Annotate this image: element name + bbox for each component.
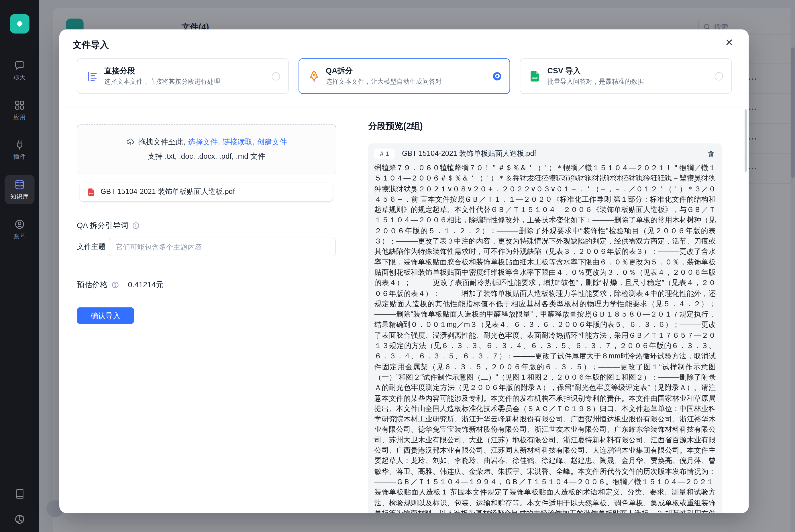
chunk-content: 犐犆犛７９．０６０犆犆犛犅７０！＂＃＄％＆＇（＇）＊犌犅／犜１５１０４—２０２１… [375,163,716,513]
upload-cloud-icon [126,138,135,147]
docs-icon[interactable] [14,489,25,499]
radio-unchecked[interactable] [715,72,723,80]
account-icon [14,218,25,230]
svg-text:CSV: CSV [532,76,538,79]
mode-card-qa-split[interactable]: QA拆分 选择文本文件，让大模型自动生成问答对 [299,58,510,94]
dataset-icon [14,179,25,191]
supported-types-label: 支持 .txt, .doc, .docx, .pdf, .md 文件 [148,152,265,161]
mode-title: CSV 导入 [547,66,644,76]
info-icon[interactable] [132,222,140,229]
app-logo[interactable] [10,14,29,34]
csv-file-icon: CSV [529,70,542,82]
confirm-import-button[interactable]: 确认导入 [77,307,134,324]
plugin-icon [14,139,25,151]
sidebar-bottom [14,489,25,525]
sidebar-item-chat[interactable]: 聊天 [5,56,34,85]
file-import-modal: 文件导入 ✕ 直接分段 选择文本文件，直接将其按分段进行处理 QA拆分 [59,30,749,513]
chunk-index-badge: # 1 [375,148,395,159]
screen: 聊天 应用 插件 知识库 [0,0,795,532]
app-sidebar: 聊天 应用 插件 知识库 [0,0,39,532]
chunk-header: # 1 GBT 15104-2021 装饰单板贴面人造板.pdf [375,148,716,159]
sidebar-item-label: 聊天 [14,74,26,81]
create-file-link[interactable]: 创建文件 [257,137,287,147]
import-mode-cards: 直接分段 选择文本文件，直接将其按分段进行处理 QA拆分 选择文本文件，让大模型… [77,58,732,94]
estimated-price-value: 0.41214元 [128,280,164,290]
select-file-link[interactable]: 选择文件, [188,137,220,147]
divider [59,107,749,108]
help-icon[interactable] [111,281,119,289]
trash-icon[interactable] [706,149,716,158]
file-topic-input[interactable] [109,238,336,256]
drag-label: 拖拽文件至此, [138,137,185,147]
uploaded-file-item[interactable]: PDF GBT 15104-2021 装饰单板贴面人造板.pdf [80,183,333,201]
mode-title: 直接分段 [104,66,220,76]
sidebar-item-account[interactable]: 账号 [5,214,34,244]
logo-icon [14,18,25,30]
apps-icon [14,99,25,111]
rocket-icon [307,70,321,82]
mode-card-direct-segment[interactable]: 直接分段 选择文本文件，直接将其按分段进行处理 [77,58,288,94]
sidebar-item-plugins[interactable]: 插件 [5,135,34,165]
file-topic-label: 文件主题 [77,242,109,251]
link-read-link[interactable]: 链接读取, [223,137,255,147]
sidebar-item-dataset[interactable]: 知识库 [5,175,34,204]
qa-prompt-section-title: QA 拆分引导词 [77,221,140,230]
sidebar-item-label: 插件 [14,153,26,161]
mode-desc: 选择文本文件，直接将其按分段进行处理 [104,77,220,86]
chat-icon [14,60,25,71]
segment-icon [86,70,99,82]
sidebar-item-label: 应用 [14,113,26,121]
pdf-file-icon: PDF [87,187,96,196]
file-dropzone[interactable]: 拖拽文件至此, 选择文件, 链接读取, 创建文件 支持 .txt, .doc, … [77,124,336,174]
sidebar-item-label: 知识库 [10,193,29,201]
estimated-price-row: 预估价格 0.41214元 [77,280,164,290]
file-topic-field-row: 文件主题 [77,238,336,256]
chunk-paragraph: 犐犆犛７９．０６０犆犆犛犅７０！＂＃＄％＆＇（＇）＊犌犅／犜１５１０４—２０２１… [375,163,716,487]
svg-text:PDF: PDF [89,192,93,194]
modal-title: 文件导入 [73,39,109,51]
chunk-source-name: GBT 15104-2021 装饰单板贴面人造板.pdf [402,149,536,158]
mode-title: QA拆分 [326,66,442,76]
qa-prompt-label: QA 拆分引导词 [77,221,128,230]
mode-desc: 批量导入问答对，是最精准的数据 [547,77,644,86]
close-icon[interactable]: ✕ [721,36,737,50]
mode-card-csv-import[interactable]: CSV CSV 导入 批量导入问答对，是最精准的数据 [520,58,732,94]
chunk-paragraph: 装饰单板贴面人造板１ 范围本文件规定了装饰单板贴面人造板的术语和定义、分类、要求… [375,487,716,513]
segment-preview-title: 分段预览(2组) [368,120,422,132]
sidebar-item-apps[interactable]: 应用 [5,95,34,125]
estimated-price-label: 预估价格 [77,280,108,290]
github-icon[interactable] [14,514,25,525]
preview-chunk-card: # 1 GBT 15104-2021 装饰单板贴面人造板.pdf 犐犆犛７９．０… [368,143,722,513]
modal-scrollbar-thumb[interactable] [744,110,747,172]
radio-checked[interactable] [493,72,501,80]
uploaded-file-name: GBT 15104-2021 装饰单板贴面人造板.pdf [100,187,235,196]
mode-desc: 选择文本文件，让大模型自动生成问答对 [326,77,442,86]
sidebar-nav: 聊天 应用 插件 知识库 [5,56,34,244]
radio-unchecked[interactable] [271,72,280,80]
sidebar-item-label: 账号 [14,233,26,240]
